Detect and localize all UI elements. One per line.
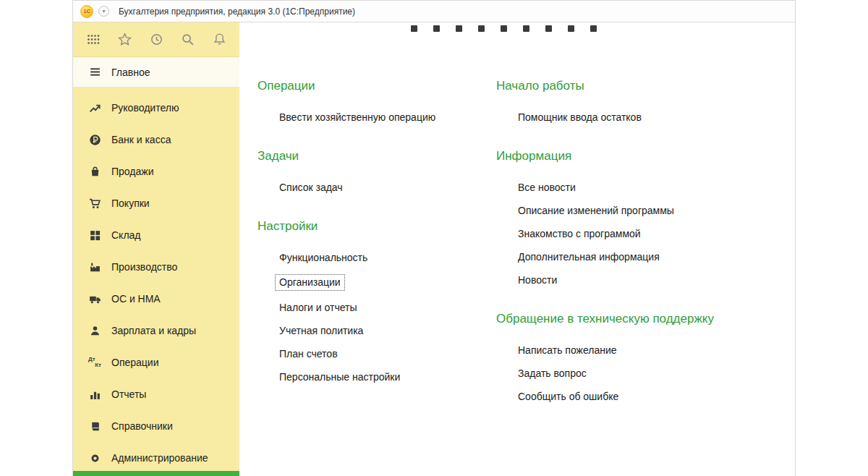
trend-icon — [88, 101, 102, 115]
top-panel-icon[interactable] — [545, 25, 552, 32]
sidebar-item-label: Продажи — [111, 166, 153, 177]
top-panel-icon[interactable] — [501, 25, 507, 32]
link-napisat-pozhelanie[interactable]: Написать пожелание — [496, 344, 795, 357]
sidebar: Главное Руководителю Банк и касса — [73, 22, 239, 476]
1c-logo-text: 1С — [84, 9, 90, 14]
section-title: Настройки — [258, 219, 496, 234]
top-panel-icon[interactable] — [433, 25, 440, 32]
top-panel-icon[interactable] — [590, 25, 597, 32]
link-spisok-zadach[interactable]: Список задач — [258, 181, 496, 194]
hamburger-list-icon — [88, 65, 102, 80]
sidebar-item-pokupki[interactable]: Покупки — [73, 187, 239, 219]
favorites-star-icon[interactable] — [117, 32, 133, 48]
1c-logo-icon: 1С — [80, 5, 93, 18]
command-columns: Операции Ввести хозяйственную операцию З… — [239, 22, 795, 428]
link-opisanie-izmeneniy-programmy[interactable]: Описание изменений программы — [496, 204, 795, 217]
link-dopolnitelnaya-informaciya[interactable]: Дополнительная информация — [496, 250, 795, 263]
section-title: Обращение в техническую поддержку — [496, 312, 795, 326]
sidebar-item-glavnoe[interactable]: Главное — [73, 57, 239, 88]
top-panel-icon[interactable] — [523, 25, 529, 32]
section-nastroyki: Настройки Функциональность Организации Н… — [258, 219, 496, 409]
search-icon[interactable] — [180, 32, 196, 48]
bag-icon — [88, 164, 102, 179]
sidebar-item-sklad[interactable]: Склад — [73, 219, 239, 251]
title-bar: 1С ▾ Бухгалтерия предприятия, редакция 3… — [73, 1, 795, 22]
gear-icon — [88, 451, 102, 465]
sidebar-item-label: Администрирование — [111, 452, 208, 464]
column-left: Операции Ввести хозяйственную операцию З… — [258, 79, 496, 428]
link-vvesti-hozyaystvennuyu-operaciyu[interactable]: Ввести хозяйственную операцию — [258, 111, 496, 124]
section-nachalo-raboty: Начало работы Помощник ввода остатков — [496, 79, 795, 149]
sidebar-nav: Руководителю Банк и касса Продажи — [73, 88, 239, 476]
main-content: Операции Ввести хозяйственную операцию З… — [239, 22, 795, 476]
link-vse-novosti[interactable]: Все новости — [496, 181, 795, 194]
top-panel-icon[interactable] — [456, 25, 462, 32]
sidebar-item-label: Зарплата и кадры — [111, 325, 196, 336]
link-plan-schetov[interactable]: План счетов — [258, 347, 496, 360]
sidebar-item-otchety[interactable]: Отчеты — [73, 378, 239, 410]
history-clock-icon[interactable] — [148, 32, 164, 48]
link-personalnye-nastroyki[interactable]: Персональные настройки — [258, 370, 496, 383]
link-funkcionalnost[interactable]: Функциональность — [258, 251, 496, 264]
app-body: Главное Руководителю Банк и касса — [73, 22, 795, 476]
link-uchetnaya-politika[interactable]: Учетная политика — [258, 324, 496, 337]
ruble-circle-icon — [88, 132, 102, 147]
sidebar-item-label: Главное — [111, 67, 150, 78]
link-znakomstvo-s-programmoy[interactable]: Знакомство с программой — [496, 227, 795, 240]
dt-label: Дт — [88, 357, 95, 362]
section-title: Операции — [258, 79, 496, 93]
top-panel-icons — [411, 25, 597, 32]
sidebar-item-label: Банк и касса — [111, 134, 171, 145]
book-icon — [88, 419, 102, 433]
sidebar-item-administrirovanie[interactable]: Администрирование — [73, 442, 239, 474]
app-window: 1С ▾ Бухгалтерия предприятия, редакция 3… — [72, 0, 796, 476]
blocks-icon — [88, 228, 102, 242]
link-organizacii[interactable]: Организации — [258, 274, 496, 291]
sidebar-bottom-strip — [73, 471, 239, 476]
menu-grid-icon[interactable] — [85, 32, 101, 48]
link-zadat-vopros[interactable]: Задать вопрос — [496, 367, 795, 380]
top-panel-icon[interactable] — [568, 25, 574, 32]
sidebar-item-label: Покупки — [111, 197, 150, 209]
sidebar-item-proizvodstvo[interactable]: Производство — [73, 251, 239, 283]
link-nalogi-i-otchety[interactable]: Налоги и отчеты — [258, 301, 496, 314]
link-pomoschnik-vvoda-ostatkov[interactable]: Помощник ввода остатков — [496, 111, 795, 124]
sidebar-item-label: Склад — [111, 229, 141, 241]
section-title: Начало работы — [496, 79, 795, 93]
section-informaciya: Информация Все новости Описание изменени… — [496, 149, 795, 312]
bar-chart-icon — [88, 387, 102, 401]
focused-link-frame: Организации — [275, 274, 345, 291]
sidebar-item-rukovoditelyu[interactable]: Руководителю — [73, 92, 239, 124]
sidebar-item-label: Руководителю — [111, 102, 179, 114]
sidebar-item-os-i-nma[interactable]: ОС и НМА — [73, 283, 239, 315]
sidebar-item-bank-i-kassa[interactable]: Банк и касса — [73, 124, 239, 156]
sidebar-toolbar — [73, 22, 239, 57]
section-title: Информация — [496, 149, 795, 163]
top-panel-icon[interactable] — [411, 25, 417, 32]
sidebar-item-zarplata-i-kadry[interactable]: Зарплата и кадры — [73, 315, 239, 347]
sidebar-item-label: Справочники — [111, 420, 173, 432]
section-tehpodderzhka: Обращение в техническую поддержку Написа… — [496, 312, 795, 428]
sidebar-item-prodazhi[interactable]: Продажи — [73, 156, 239, 187]
sidebar-item-operacii[interactable]: Дт Кт Операции — [73, 347, 239, 378]
sidebar-item-spravochniki[interactable]: Справочники — [73, 410, 239, 442]
link-soobschit-ob-oshibke[interactable]: Сообщить об ошибке — [496, 390, 795, 403]
window-title: Бухгалтерия предприятия, редакция 3.0 (1… — [119, 7, 355, 17]
section-operacii: Операции Ввести хозяйственную операцию — [258, 79, 496, 149]
sidebar-item-label: ОС и НМА — [111, 293, 161, 305]
top-panel-icon[interactable] — [478, 25, 485, 32]
sidebar-item-label: Операции — [111, 357, 159, 368]
screen: 1С ▾ Бухгалтерия предприятия, редакция 3… — [0, 0, 868, 476]
person-icon — [88, 323, 102, 338]
sidebar-item-label: Отчеты — [111, 388, 146, 400]
truck-icon — [88, 292, 102, 306]
notifications-bell-icon[interactable] — [211, 32, 227, 48]
kt-label: Кт — [95, 362, 101, 368]
link-novosti[interactable]: Новости — [496, 273, 795, 286]
system-menu-button[interactable]: ▾ — [98, 6, 109, 17]
sidebar-item-label: Производство — [111, 261, 177, 273]
column-right: Начало работы Помощник ввода остатков Ин… — [496, 79, 795, 428]
factory-icon — [88, 260, 102, 274]
dt-kt-icon: Дт Кт — [88, 355, 102, 370]
section-title: Задачи — [258, 149, 496, 163]
